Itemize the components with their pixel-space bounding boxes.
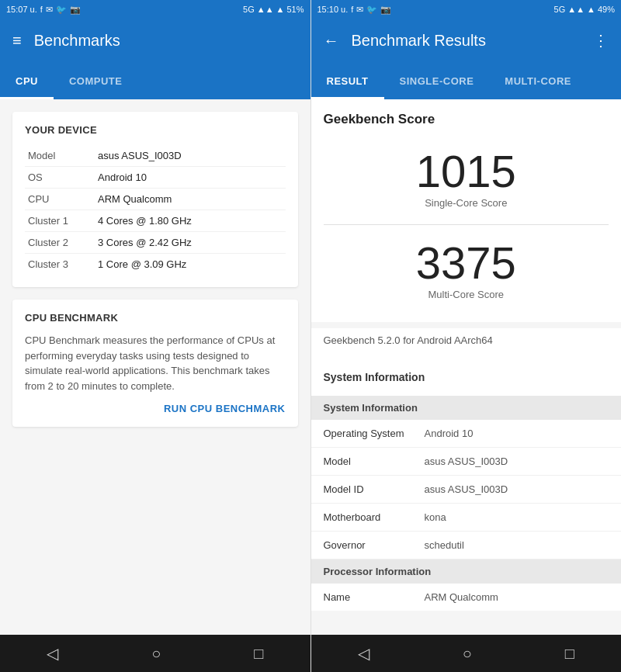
left-signal-icon: ▲▲	[257, 5, 274, 14]
multi-core-value: 3375	[324, 241, 609, 286]
geekbench-score-title: Geekbench Score	[324, 112, 609, 127]
sys-info-value: ARM Qualcomm	[425, 591, 498, 603]
device-info-key: Cluster 1	[25, 210, 95, 232]
single-core-label: Single-Core Score	[324, 197, 609, 209]
right-recent-nav-icon[interactable]: □	[565, 645, 574, 663]
score-divider	[324, 224, 609, 225]
device-info-value: 3 Cores @ 2.42 GHz	[95, 232, 286, 254]
right-tabs: RESULT SINGLE-CORE MULTI-CORE	[311, 62, 622, 99]
device-info-row: CPUARM Qualcomm	[25, 189, 286, 210]
mail-icon: ✉	[46, 5, 53, 15]
sys-info-row: Operating SystemAndroid 10	[311, 420, 622, 448]
sys-info-row: NameARM Qualcomm	[311, 584, 622, 611]
left-status-right: 5G ▲▲ ▲ 51%	[243, 5, 304, 14]
tab-compute[interactable]: COMPUTE	[54, 62, 138, 99]
right-app-bar: ← Benchmark Results ⋮	[311, 19, 622, 62]
device-info-row: OSAndroid 10	[25, 167, 286, 189]
run-cpu-benchmark-button[interactable]: RUN CPU BENCHMARK	[25, 403, 286, 414]
device-info-table: Modelasus ASUS_I003DOSAndroid 10CPUARM Q…	[25, 145, 286, 275]
device-info-value: 1 Core @ 3.09 GHz	[95, 254, 286, 275]
left-status-bar: 15:07 u. f ✉ 🐦 📷 5G ▲▲ ▲ 51%	[0, 0, 310, 19]
right-back-nav-icon[interactable]: ◁	[358, 644, 369, 663]
device-info-key: OS	[25, 167, 95, 189]
system-info-title: System Information	[311, 359, 622, 396]
back-icon[interactable]: ←	[324, 32, 339, 50]
screenshot-icon: 📷	[70, 5, 81, 15]
right-fb-icon: f	[351, 5, 353, 14]
right-home-nav-icon[interactable]: ○	[463, 645, 472, 663]
sys-info-value: asus ASUS_I003D	[425, 483, 508, 495]
left-5g-icon: 5G	[243, 5, 255, 14]
geekbench-note-container: Geekbench 5.2.0 for Android AArch64	[311, 328, 622, 359]
sys-group-header: Processor Information	[311, 559, 622, 584]
sys-info-value: schedutil	[425, 539, 464, 551]
device-info-key: Cluster 2	[25, 232, 95, 254]
multi-core-score: 3375 Multi-Core Score	[324, 231, 609, 310]
sys-info-key: Operating System	[324, 428, 425, 439]
sys-info-key: Governor	[324, 539, 425, 551]
tab-result[interactable]: RESULT	[311, 62, 384, 99]
device-info-key: Cluster 3	[25, 254, 95, 275]
right-status-left: 15:10 u. f ✉ 🐦 📷	[317, 5, 392, 15]
right-nav-bar: ◁ ○ □	[311, 635, 622, 672]
right-status-bar: 15:10 u. f ✉ 🐦 📷 5G ▲▲ ▲ 49%	[311, 0, 622, 19]
your-device-card: YOUR DEVICE Modelasus ASUS_I003DOSAndroi…	[12, 112, 298, 287]
left-back-nav-icon[interactable]: ◁	[47, 644, 58, 663]
single-core-value: 1015	[324, 149, 609, 194]
left-app-title: Benchmarks	[34, 32, 298, 50]
left-nav-bar: ◁ ○ □	[0, 635, 310, 672]
right-battery: 49%	[598, 5, 615, 14]
right-time: 15:10 u.	[317, 5, 349, 14]
right-status-right: 5G ▲▲ ▲ 49%	[554, 5, 615, 14]
sys-group-header: System Information	[311, 396, 622, 420]
right-mail-icon: ✉	[356, 5, 363, 15]
score-section: Geekbench Score 1015 Single-Core Score 3…	[311, 99, 622, 322]
device-info-key: Model	[25, 145, 95, 167]
cpu-benchmark-title: CPU BENCHMARK	[25, 312, 286, 324]
sys-info-key: Name	[324, 591, 425, 603]
device-info-row: Cluster 31 Core @ 3.09 GHz	[25, 254, 286, 275]
multi-core-label: Multi-Core Score	[324, 289, 609, 300]
fb-icon: f	[40, 5, 43, 14]
right-app-title: Benchmark Results	[352, 32, 581, 50]
device-info-row: Modelasus ASUS_I003D	[25, 145, 286, 167]
sys-info-key: Model ID	[324, 483, 425, 495]
sys-info-value: asus ASUS_I003D	[425, 456, 508, 467]
tab-single-core[interactable]: SINGLE-CORE	[384, 62, 490, 99]
device-info-row: Cluster 23 Cores @ 2.42 GHz	[25, 232, 286, 254]
right-screenshot-icon: 📷	[380, 5, 391, 15]
cpu-benchmark-card: CPU BENCHMARK CPU Benchmark measures the…	[12, 300, 298, 427]
more-icon[interactable]: ⋮	[593, 31, 609, 50]
tab-cpu[interactable]: CPU	[0, 62, 54, 99]
sys-info-value: kona	[425, 511, 446, 523]
left-recent-nav-icon[interactable]: □	[254, 645, 263, 663]
sys-info-row: Model IDasus ASUS_I003D	[311, 476, 622, 504]
right-panel: 15:10 u. f ✉ 🐦 📷 5G ▲▲ ▲ 49% ← Benchmark…	[311, 0, 622, 672]
device-info-value: ARM Qualcomm	[95, 189, 286, 210]
sys-info-key: Model	[324, 456, 425, 467]
left-battery: 51%	[286, 5, 304, 14]
left-time: 15:07 u.	[6, 5, 37, 14]
cpu-benchmark-desc: CPU Benchmark measures the performance o…	[25, 333, 286, 393]
left-app-bar: ≡ Benchmarks	[0, 19, 310, 62]
sys-info-row: Modelasus ASUS_I003D	[311, 448, 622, 476]
left-panel: 15:07 u. f ✉ 🐦 📷 5G ▲▲ ▲ 51% ≡ Benchmark…	[0, 0, 311, 672]
left-status-left: 15:07 u. f ✉ 🐦 📷	[6, 5, 81, 15]
left-home-nav-icon[interactable]: ○	[151, 645, 161, 663]
right-5g-icon: 5G	[554, 5, 566, 14]
device-info-value: asus ASUS_I003D	[95, 145, 286, 167]
sys-info-key: Motherboard	[324, 511, 425, 523]
device-info-key: CPU	[25, 189, 95, 210]
tab-multi-core[interactable]: MULTI-CORE	[489, 62, 587, 99]
left-tabs: CPU COMPUTE	[0, 62, 310, 99]
twitter-icon: 🐦	[56, 5, 67, 15]
left-content: YOUR DEVICE Modelasus ASUS_I003DOSAndroi…	[0, 99, 310, 635]
right-twitter-icon: 🐦	[366, 5, 377, 15]
hamburger-icon[interactable]: ≡	[12, 32, 22, 50]
geekbench-note: Geekbench 5.2.0 for Android AArch64	[324, 328, 609, 349]
right-signal-icon: ▲▲	[567, 5, 585, 14]
right-wifi-icon: ▲	[587, 5, 595, 14]
right-content: Geekbench Score 1015 Single-Core Score 3…	[311, 99, 622, 635]
your-device-title: YOUR DEVICE	[25, 124, 286, 136]
device-info-value: Android 10	[95, 167, 286, 189]
